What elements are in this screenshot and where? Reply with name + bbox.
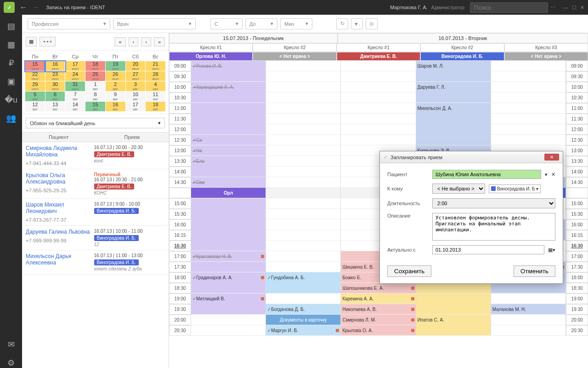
- minical-day[interactable]: 18июл: [85, 61, 106, 71]
- schedule-slot[interactable]: [341, 103, 415, 114]
- minimize-icon[interactable]: —: [563, 5, 568, 11]
- clear-icon[interactable]: ✕: [551, 172, 555, 178]
- schedule-slot[interactable]: [266, 61, 340, 71]
- minical-day[interactable]: 11авг: [146, 92, 166, 102]
- people-icon[interactable]: 👥: [6, 113, 16, 123]
- maximize-icon[interactable]: ☐: [572, 5, 577, 11]
- schedule-slot[interactable]: [266, 145, 340, 156]
- schedule-slot[interactable]: [416, 124, 491, 135]
- current-user[interactable]: Мартюкова Г. А.: [390, 5, 428, 10]
- minical-day[interactable]: 12авг: [25, 102, 45, 112]
- from-dropdown[interactable]: С▾: [210, 18, 243, 29]
- forward-icon[interactable]: →: [31, 3, 40, 12]
- cancel-button[interactable]: Отменить: [514, 265, 555, 277]
- minical-day[interactable]: 9авг: [105, 92, 125, 102]
- schedule-slot[interactable]: [266, 283, 340, 293]
- description-textarea[interactable]: [432, 213, 555, 241]
- patient-list-item[interactable]: Шаров Михаил Леонидович+7-973-267-77-371…: [22, 199, 169, 226]
- schedule-slot[interactable]: [191, 103, 266, 114]
- minical-day[interactable]: 24июл: [65, 71, 85, 81]
- refresh-icon[interactable]: ↻: [336, 18, 348, 29]
- schedule-slot[interactable]: Карандашев А. А.: [191, 82, 266, 92]
- schedule-slot[interactable]: [341, 92, 415, 103]
- schedule-slot[interactable]: Орл: [191, 188, 266, 198]
- schedule-slot[interactable]: Ове: [191, 177, 266, 188]
- minical-day[interactable]: 26июл: [105, 71, 125, 81]
- schedule-slot[interactable]: [341, 61, 415, 71]
- schedule-slot[interactable]: [491, 135, 565, 145]
- chart-icon[interactable]: �u: [5, 95, 17, 105]
- schedule-slot[interactable]: Красовская Н. В.: [191, 251, 266, 262]
- schedule-slot[interactable]: [266, 262, 340, 272]
- doctor-header[interactable]: < Нет врача >: [504, 52, 588, 61]
- schedule-slot[interactable]: [191, 219, 266, 230]
- calendar-picker-icon[interactable]: ▦▾: [548, 247, 555, 253]
- grid-mode-icon[interactable]: ▦: [26, 37, 37, 46]
- schedule-slot[interactable]: Си: [191, 135, 266, 145]
- schedule-slot[interactable]: [266, 209, 340, 219]
- calendar-icon[interactable]: ▦: [7, 40, 15, 50]
- schedule-slot[interactable]: [416, 293, 491, 304]
- schedule-slot[interactable]: Маргун И. В.: [266, 325, 340, 336]
- schedule-slot[interactable]: [491, 82, 565, 92]
- prev-icon[interactable]: ‹: [129, 37, 139, 46]
- schedule-slot[interactable]: [341, 135, 415, 145]
- schedule-slot[interactable]: [266, 293, 340, 304]
- schedule-slot[interactable]: [491, 293, 565, 304]
- profession-dropdown[interactable]: Профессия▾: [28, 18, 110, 29]
- schedule-slot[interactable]: [491, 124, 565, 135]
- schedule-slot[interactable]: Шапошникова Е. А.: [341, 283, 415, 293]
- schedule-slot[interactable]: [266, 241, 340, 251]
- minical-day[interactable]: 30июл: [45, 81, 65, 92]
- schedule-slot[interactable]: [491, 325, 565, 336]
- schedule-slot[interactable]: [266, 156, 340, 167]
- doctor-pill[interactable]: Виноградова И. Б▾: [489, 184, 541, 193]
- minical-day[interactable]: 4авг: [146, 81, 166, 92]
- money-icon[interactable]: ₽: [9, 58, 14, 68]
- minical-day[interactable]: 2авг: [105, 81, 125, 92]
- minical-day[interactable]: 23июл: [45, 71, 65, 81]
- minical-day[interactable]: 10авг: [125, 92, 146, 102]
- schedule-slot[interactable]: [191, 71, 266, 82]
- schedule-slot[interactable]: [191, 315, 266, 325]
- min-dropdown[interactable]: Мин▾: [280, 18, 312, 29]
- minical-day[interactable]: 25июл: [85, 71, 106, 81]
- minical-day[interactable]: 18авг: [146, 102, 166, 112]
- schedule-slot[interactable]: [491, 283, 565, 293]
- schedule-slot[interactable]: [266, 167, 340, 177]
- schedule-slot[interactable]: [341, 124, 415, 135]
- to-dropdown[interactable]: До▾: [245, 18, 277, 29]
- close-icon[interactable]: ✕: [580, 5, 584, 11]
- schedule-slot[interactable]: [266, 219, 340, 230]
- schedule-slot[interactable]: Богданова Д. Б.: [266, 304, 340, 315]
- schedule-slot[interactable]: [191, 304, 266, 315]
- minical-day[interactable]: 5авг: [25, 92, 45, 102]
- schedule-slot[interactable]: [341, 114, 415, 124]
- schedule-slot[interactable]: [491, 315, 565, 325]
- next-icon[interactable]: ›: [141, 37, 151, 46]
- minical-day[interactable]: 3авг: [125, 81, 146, 92]
- dialog-close-icon[interactable]: ✕: [544, 154, 559, 161]
- patient-input[interactable]: [432, 170, 541, 179]
- schedule-slot[interactable]: [341, 82, 415, 92]
- schedule-slot[interactable]: [416, 71, 491, 82]
- schedule-slot[interactable]: [266, 71, 340, 82]
- schedule-slot[interactable]: [491, 114, 565, 124]
- minical-day[interactable]: 14авг: [65, 102, 85, 112]
- minical-day[interactable]: 13авг: [45, 102, 65, 112]
- duration-select[interactable]: 2:00: [432, 198, 555, 208]
- schedule-slot[interactable]: Николаева А. В.: [341, 304, 415, 315]
- schedule-slot[interactable]: Карекина А. А.: [341, 293, 415, 304]
- schedule-slot[interactable]: [191, 230, 266, 241]
- doctor-header[interactable]: Орлова Ю. Н.: [169, 52, 253, 61]
- schedule-slot[interactable]: Крылова О. А.: [341, 325, 415, 336]
- minical-day[interactable]: 6авг: [45, 92, 65, 102]
- to-whom-select[interactable]: < Не выбрано >: [432, 184, 485, 194]
- schedule-slot[interactable]: [491, 92, 565, 103]
- global-search-input[interactable]: [470, 2, 548, 13]
- patient-list-item[interactable]: Смирнова Людмила Михайловна+7-941-444-33…: [22, 142, 169, 169]
- schedule-slot[interactable]: [191, 92, 266, 103]
- schedule-slot[interactable]: Ипатов С. А.: [416, 315, 491, 325]
- schedule-slot[interactable]: [266, 188, 340, 198]
- minical-day[interactable]: 19июл: [105, 61, 125, 71]
